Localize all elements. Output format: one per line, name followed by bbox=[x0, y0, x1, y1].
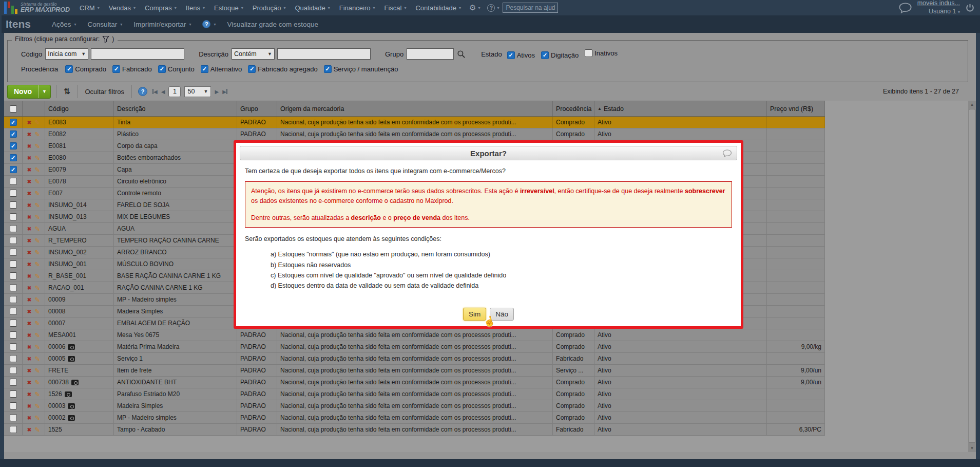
table-row[interactable]: ✖✎00003Madeira SimplesPADRAONacional, cu… bbox=[4, 400, 825, 412]
table-row[interactable]: ✖✎000738ANTIOXIDANTE BHTPADRAONacional, … bbox=[4, 377, 825, 388]
app-logo[interactable]: Sistema de gestão ERP MAXIPROD bbox=[0, 0, 75, 15]
checkbox-checked[interactable] bbox=[201, 65, 208, 73]
delete-icon[interactable]: ✖ bbox=[27, 261, 31, 267]
table-row[interactable]: ✖✎00006Matéria Prima MadeiraPADRAONacion… bbox=[4, 341, 825, 353]
refresh-icon[interactable]: ⇅ bbox=[62, 87, 72, 96]
account-link[interactable]: moveis indus... bbox=[917, 0, 960, 8]
nav-menu-produc-a-o[interactable]: Produção▾ bbox=[248, 0, 291, 15]
estado-option-ativos[interactable]: Ativos bbox=[507, 51, 535, 59]
help-icon[interactable]: ? bbox=[138, 87, 147, 96]
edit-pencil-icon[interactable]: ✎ bbox=[34, 343, 40, 351]
user-menu[interactable]: Usuário 1 ▾ bbox=[917, 8, 960, 16]
vertical-scrollbar[interactable]: ▲ ▼ bbox=[968, 101, 976, 452]
checkbox-unchecked[interactable] bbox=[10, 225, 17, 232]
delete-icon[interactable]: ✖ bbox=[27, 332, 31, 338]
checkbox-unchecked[interactable] bbox=[10, 331, 17, 339]
delete-icon[interactable]: ✖ bbox=[27, 202, 31, 208]
scrollbar-thumb[interactable] bbox=[969, 109, 975, 443]
table-row[interactable]: ✖✎00002MP - Madeiro simplesPADRAONaciona… bbox=[4, 412, 825, 424]
table-row[interactable]: ✖✎MESA001Mesa Yes 0675PADRAONacional, cu… bbox=[4, 329, 825, 341]
procedencia-option-comprado[interactable]: Comprado bbox=[65, 65, 106, 73]
nav-menu-contabilidade[interactable]: Contabilidade▾ bbox=[411, 0, 466, 15]
delete-icon[interactable]: ✖ bbox=[27, 368, 31, 373]
view-stock-grid-link[interactable]: Visualizar grade com estoque bbox=[221, 21, 324, 28]
edit-pencil-icon[interactable]: ✎ bbox=[34, 426, 40, 434]
edit-pencil-icon[interactable]: ✎ bbox=[34, 201, 40, 209]
delete-icon[interactable]: ✖ bbox=[27, 250, 31, 255]
prev-page-button[interactable]: ◀ bbox=[161, 89, 165, 95]
delete-icon[interactable]: ✖ bbox=[27, 191, 31, 196]
dialog-titlebar[interactable]: Exportar? bbox=[240, 146, 737, 160]
edit-pencil-icon[interactable]: ✎ bbox=[34, 367, 40, 375]
edit-pencil-icon[interactable]: ✎ bbox=[34, 308, 40, 315]
delete-icon[interactable]: ✖ bbox=[27, 380, 31, 385]
delete-icon[interactable]: ✖ bbox=[27, 167, 31, 173]
edit-pencil-icon[interactable]: ✎ bbox=[34, 154, 40, 162]
delete-icon[interactable]: ✖ bbox=[27, 179, 31, 184]
checkbox-unchecked[interactable] bbox=[10, 272, 17, 279]
delete-icon[interactable]: ✖ bbox=[27, 132, 31, 137]
edit-pencil-icon[interactable]: ✎ bbox=[34, 260, 40, 268]
header-origem[interactable]: Origem da mercadoria bbox=[277, 101, 553, 116]
last-page-button[interactable]: ▶ bbox=[222, 89, 227, 95]
edit-pencil-icon[interactable]: ✎ bbox=[34, 414, 40, 422]
chat-bubble-icon[interactable] bbox=[898, 3, 912, 13]
ph-menu-imprimir-exportar[interactable]: Imprimir/exportar▾ bbox=[128, 21, 197, 28]
checkbox-checked[interactable] bbox=[65, 65, 73, 73]
procedencia-option-conjunto[interactable]: Conjunto bbox=[158, 65, 195, 73]
checkbox-unchecked[interactable] bbox=[10, 367, 17, 374]
checkbox-unchecked[interactable] bbox=[10, 355, 17, 362]
edit-pencil-icon[interactable]: ✎ bbox=[34, 355, 40, 363]
delete-icon[interactable]: ✖ bbox=[27, 120, 31, 125]
edit-pencil-icon[interactable]: ✎ bbox=[34, 390, 40, 398]
checkbox-unchecked[interactable] bbox=[10, 249, 17, 256]
procedencia-option-fabricado[interactable]: Fabricado bbox=[112, 65, 152, 73]
checkbox-unchecked[interactable] bbox=[10, 296, 17, 303]
grupo-input[interactable] bbox=[407, 48, 454, 60]
edit-pencil-icon[interactable]: ✎ bbox=[34, 272, 40, 280]
novo-button[interactable]: Novo ▼ bbox=[7, 85, 51, 99]
checkbox-unchecked[interactable] bbox=[10, 105, 17, 113]
page-help-menu[interactable]: ?▾ bbox=[197, 20, 221, 28]
help-menu[interactable]: ?▾ bbox=[484, 4, 503, 12]
checkbox-unchecked[interactable] bbox=[585, 49, 592, 57]
edit-pencil-icon[interactable]: ✎ bbox=[34, 130, 40, 138]
search-icon[interactable] bbox=[457, 50, 466, 59]
checkbox-checked[interactable] bbox=[324, 65, 332, 73]
table-row[interactable]: ✖✎1526Parafuso Estriado M20PADRAONaciona… bbox=[4, 388, 825, 400]
ph-menu-ac-o-es[interactable]: Ações▾ bbox=[46, 21, 82, 28]
scroll-up-icon[interactable]: ▲ bbox=[968, 101, 976, 108]
checkbox-unchecked[interactable] bbox=[10, 414, 17, 421]
header-estado[interactable]: ▲Estado bbox=[594, 101, 767, 116]
edit-pencil-icon[interactable]: ✎ bbox=[34, 213, 40, 221]
nav-menu-crm[interactable]: CRM▾ bbox=[75, 0, 104, 15]
delete-icon[interactable]: ✖ bbox=[27, 273, 31, 279]
table-row[interactable]: ✖✎E0082PlásticoPADRAONacional, cuja prod… bbox=[4, 128, 825, 140]
chevron-down-icon[interactable]: ▼ bbox=[39, 85, 50, 98]
checkbox-unchecked[interactable] bbox=[10, 237, 17, 244]
delete-icon[interactable]: ✖ bbox=[27, 155, 31, 161]
nav-menu-fiscal[interactable]: Fiscal▾ bbox=[379, 0, 411, 15]
checkbox-unchecked[interactable] bbox=[10, 201, 17, 209]
filters-legend[interactable]: Filtros (clique para configurar: ) bbox=[12, 35, 118, 43]
delete-icon[interactable]: ✖ bbox=[27, 238, 31, 244]
page-number-input[interactable] bbox=[168, 86, 181, 97]
delete-icon[interactable]: ✖ bbox=[27, 391, 31, 397]
checkbox-unchecked[interactable] bbox=[10, 320, 17, 327]
delete-icon[interactable]: ✖ bbox=[27, 403, 31, 409]
edit-pencil-icon[interactable]: ✎ bbox=[34, 190, 40, 197]
checkbox-checked[interactable] bbox=[10, 119, 17, 126]
edit-pencil-icon[interactable]: ✎ bbox=[34, 166, 40, 174]
delete-icon[interactable]: ✖ bbox=[27, 344, 31, 350]
header-codigo[interactable]: Código bbox=[45, 101, 114, 116]
header-procedencia[interactable]: Procedência bbox=[553, 101, 594, 116]
checkbox-checked[interactable] bbox=[10, 130, 17, 138]
procedencia-option-fabricado-agregado[interactable]: Fabricado agregado bbox=[248, 65, 317, 73]
table-row[interactable]: ✖✎00005Serviço 1PADRAONacional, cuja pro… bbox=[4, 353, 825, 365]
edit-pencil-icon[interactable]: ✎ bbox=[34, 237, 40, 245]
checkbox-checked[interactable] bbox=[112, 65, 120, 73]
edit-pencil-icon[interactable]: ✎ bbox=[34, 178, 40, 185]
nav-menu-vendas[interactable]: Vendas▾ bbox=[104, 0, 140, 15]
checkbox-checked[interactable] bbox=[158, 65, 166, 73]
checkbox-unchecked[interactable] bbox=[10, 390, 17, 398]
